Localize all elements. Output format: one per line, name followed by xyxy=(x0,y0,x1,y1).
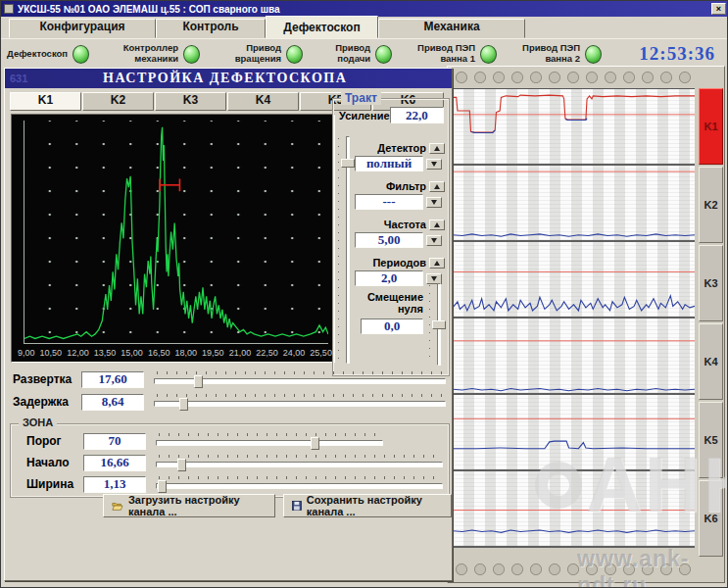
tract-field-value[interactable]: 2,0 xyxy=(355,270,423,286)
zone-threshold-slider-thumb[interactable] xyxy=(311,437,319,450)
ascan-x-tick-label: 16,50 xyxy=(148,348,170,360)
zone-start-slider-thumb[interactable] xyxy=(177,459,186,471)
channel-tab-k3[interactable]: K3 xyxy=(155,92,226,111)
ascan-x-tick-label: 19,50 xyxy=(202,348,224,360)
zone-start-value[interactable]: 16,66 xyxy=(83,455,146,471)
ascan-waveform xyxy=(24,121,328,343)
channel-button-k2[interactable]: K2 xyxy=(699,167,723,243)
zero-offset-slider[interactable] xyxy=(429,283,447,366)
zero-offset-label: Смещение нуля xyxy=(367,291,423,315)
status-indicator-label: Дефектоскоп xyxy=(7,49,68,60)
spin-up-icon[interactable] xyxy=(429,220,445,230)
status-bar: ДефектоскопКонтроллер механикиПривод вра… xyxy=(1,39,728,69)
ascan-x-tick-label: 21,00 xyxy=(229,348,252,360)
channel-button-k4[interactable]: K4 xyxy=(699,323,723,400)
delay-slider[interactable] xyxy=(154,394,446,411)
ascan-x-tick-label: 10,50 xyxy=(40,348,63,360)
ascan-x-tick-label: 25,50 xyxy=(310,348,332,360)
tract-field-2: Фильтр--- xyxy=(355,180,445,210)
tract-groupbox: Тракт Усиление 22,0 ДетекторполныйФильтр… xyxy=(332,98,450,376)
zone-legend: ЗОНА xyxy=(19,416,57,428)
spin-down-icon[interactable] xyxy=(426,273,442,284)
status-indicator-label: Привод вращения xyxy=(220,43,281,65)
delay-value[interactable]: 8,64 xyxy=(81,394,144,411)
tab-конфигурация[interactable]: Конфигурация xyxy=(9,19,156,38)
status-led-icon xyxy=(183,45,200,64)
status-indicator: Контроллер механики xyxy=(110,43,200,65)
save-floppy-icon xyxy=(292,500,302,512)
channel-button-k5[interactable]: K5 xyxy=(699,402,723,478)
spin-up-icon[interactable] xyxy=(429,181,445,192)
zone-start-slider[interactable] xyxy=(156,455,443,471)
tract-field-1: Детекторполный xyxy=(355,142,445,172)
tract-field-value[interactable]: 5,00 xyxy=(355,232,423,248)
strip-trace-k3 xyxy=(453,242,695,317)
spin-up-icon[interactable] xyxy=(429,143,445,154)
channel-tab-k1[interactable]: K1 xyxy=(10,92,81,111)
load-channel-settings-button[interactable]: Загрузить настройку канала ... xyxy=(103,494,275,517)
zero-offset-value[interactable]: 0,0 xyxy=(361,318,423,334)
app-window: УКСШ-55 №01 ОАО ЭЛЕМАШ ц.55 : СОП сварно… xyxy=(0,0,728,588)
stripchart-strips xyxy=(453,88,695,561)
strip-k5 xyxy=(453,395,695,471)
status-led-icon xyxy=(585,45,602,64)
zone-width-slider[interactable] xyxy=(156,476,443,493)
folder-open-icon xyxy=(112,501,123,512)
tab-дефектоскоп[interactable]: Дефектоскоп xyxy=(266,16,378,38)
zone-width-value[interactable]: 1,13 xyxy=(83,476,146,493)
zone-threshold-label: Порог xyxy=(26,434,83,448)
status-indicator-label: Привод ПЭП ванна 1 xyxy=(413,43,475,65)
panel-header: 631 НАСТРОЙКА ДЕФЕКТОСКОПА xyxy=(5,69,452,88)
channel-button-k1[interactable]: K1 xyxy=(699,88,723,165)
status-indicator: Привод ПЭП ванна 1 xyxy=(413,43,497,65)
tract-field-value[interactable]: полный xyxy=(355,156,423,172)
channel-tab-k4[interactable]: K4 xyxy=(227,92,299,111)
sweep-value[interactable]: 17,60 xyxy=(81,371,144,388)
spin-up-icon[interactable] xyxy=(429,258,445,269)
gain-slider[interactable] xyxy=(338,136,356,364)
defectoscope-settings-panel: 631 НАСТРОЙКА ДЕФЕКТОСКОПА K1K2K3K4K5K6 … xyxy=(4,68,453,581)
gain-row: Усиление 22,0 xyxy=(339,107,444,123)
zone-width-label: Ширина xyxy=(26,477,83,491)
sweep-label: Развертка xyxy=(13,372,81,386)
status-led-icon xyxy=(480,45,497,64)
zero-offset-slider-thumb[interactable] xyxy=(432,320,446,329)
panel-title: НАСТРОЙКА ДЕФЕКТОСКОПА xyxy=(27,71,422,86)
channel-tab-k2[interactable]: K2 xyxy=(82,92,154,111)
stripchart-window: K1K2K3K4K5K6 xyxy=(447,66,725,583)
spin-down-icon[interactable] xyxy=(426,197,442,208)
status-indicator: Привод подачи xyxy=(323,43,392,65)
tract-field-4: Периодов2,0 xyxy=(355,257,445,286)
sweep-slider[interactable] xyxy=(154,371,446,388)
zone-threshold-value[interactable]: 70 xyxy=(83,433,146,450)
tract-field-value[interactable]: --- xyxy=(355,194,423,210)
zone-width-slider-thumb[interactable] xyxy=(158,480,167,493)
spin-down-icon[interactable] xyxy=(426,235,442,246)
save-channel-settings-button[interactable]: Сохранить настройку канала ... xyxy=(283,494,452,517)
window-title: УКСШ-55 №01 ОАО ЭЛЕМАШ ц.55 : СОП сварно… xyxy=(18,4,280,15)
ascan-x-tick-label: 12,00 xyxy=(67,348,89,360)
panel-id-label: 631 xyxy=(10,73,27,84)
clock: 12:53:36 xyxy=(639,43,723,65)
gain-value[interactable]: 22,0 xyxy=(390,107,444,123)
delay-slider-thumb[interactable] xyxy=(179,398,188,411)
status-led-icon xyxy=(73,45,89,64)
status-indicator-label: Привод подачи xyxy=(323,43,370,65)
spin-down-icon[interactable] xyxy=(426,159,442,170)
gain-slider-thumb[interactable] xyxy=(341,159,355,168)
close-icon[interactable]: × xyxy=(711,3,726,15)
tab-механика[interactable]: Механика xyxy=(378,19,525,38)
channel-button-k3[interactable]: K3 xyxy=(699,245,723,321)
channel-button-k6[interactable]: K6 xyxy=(699,480,723,557)
strip-k6 xyxy=(453,471,695,548)
ascan-display: 9,0010,5012,0013,5015,0016,5018,0019,502… xyxy=(11,114,335,363)
ascan-x-tick-label: 13,50 xyxy=(94,348,117,360)
status-indicator-label: Привод ПЭП ванна 2 xyxy=(517,43,580,65)
stripchart-channel-buttons: K1K2K3K4K5K6 xyxy=(699,88,723,559)
tab-контроль[interactable]: Контроль xyxy=(156,19,266,38)
zone-threshold-slider[interactable] xyxy=(156,433,383,450)
status-indicator-label: Контроллер механики xyxy=(110,43,178,65)
delay-label: Задержка xyxy=(13,395,81,409)
main-tabbar: КонфигурацияКонтрольДефектоскопМеханика xyxy=(1,17,728,39)
sweep-slider-thumb[interactable] xyxy=(194,375,203,388)
